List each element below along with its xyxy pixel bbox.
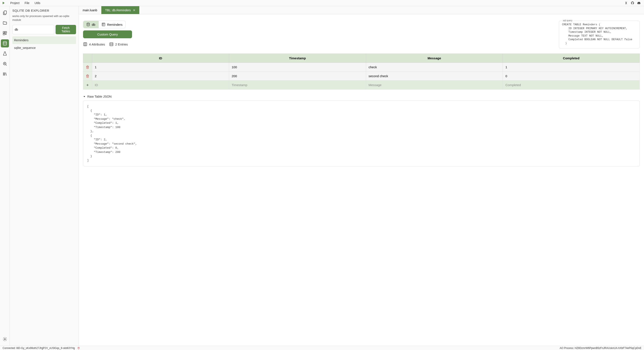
cell-timestamp[interactable]: 100	[229, 63, 366, 72]
fetch-tables-button[interactable]: Fetch Tables	[56, 25, 76, 34]
cell-id[interactable]: 1	[92, 63, 229, 72]
attributes-count: 4 Attributes	[89, 42, 105, 46]
close-icon[interactable]: ✕	[133, 8, 136, 12]
sql-legend: sql query	[562, 19, 573, 22]
columns-icon	[83, 42, 87, 46]
breadcrumb-db[interactable]: db	[83, 21, 98, 28]
cell-timestamp[interactable]: 200	[229, 72, 366, 81]
input-completed[interactable]	[505, 83, 637, 87]
menu-utils[interactable]: Utils	[32, 0, 42, 5]
search-plus-icon[interactable]	[1, 60, 9, 68]
x-twitter-icon[interactable]	[624, 1, 628, 5]
breadcrumb: db Reminders	[83, 21, 126, 28]
svg-point-7	[87, 23, 90, 24]
triangle-down-icon	[83, 95, 86, 98]
table-input-row	[83, 81, 640, 90]
input-id[interactable]	[95, 83, 226, 87]
app-logo	[2, 1, 6, 5]
tabs-row: main.luanb TBL: db.Reminders ✕	[79, 6, 644, 14]
column-header-message: Message	[366, 54, 503, 63]
svg-rect-3	[3, 33, 4, 35]
raw-json-content: [ { "ID": 1, "Message": "check", "Comple…	[83, 100, 640, 167]
sidebar-title: SQLITE DB EXPLORER	[12, 9, 76, 12]
sidebar-description: works only for processes spawned with ao…	[12, 14, 76, 22]
raw-json-section: Raw Table JSON [ { "ID": 1, "Message": "…	[83, 95, 640, 167]
cell-completed[interactable]: 0	[503, 72, 640, 81]
entries-stat: 2 Entries	[109, 42, 128, 46]
folder-icon[interactable]	[1, 19, 9, 27]
github-icon[interactable]	[631, 1, 634, 5]
tab-db-reminders[interactable]: TBL: db.Reminders ✕	[101, 6, 140, 14]
top-menu-bar: Project File Utils	[0, 0, 644, 6]
svg-rect-0	[4, 11, 6, 14]
trash-icon[interactable]	[86, 65, 90, 69]
svg-rect-9	[84, 43, 87, 46]
svg-point-6	[4, 339, 6, 340]
packages-icon[interactable]	[1, 29, 9, 37]
beaker-icon[interactable]	[1, 49, 9, 58]
svg-rect-2	[5, 31, 6, 33]
settings-icon[interactable]	[1, 335, 9, 343]
entries-count: 2 Entries	[115, 42, 128, 46]
sql-query-box: sql query CREATE TABLE Reminders ( ID IN…	[559, 21, 640, 48]
action-column-header	[83, 54, 92, 63]
input-timestamp[interactable]	[232, 83, 363, 87]
sidebar: SQLITE DB EXPLORER works only for proces…	[10, 6, 79, 346]
menu-project[interactable]: Project	[8, 0, 22, 5]
rows-icon	[109, 42, 114, 46]
status-connected: Connected: 8iD-Gy_sKx98oth27JhjjP2V_xUSl…	[2, 347, 75, 350]
database-icon	[86, 22, 90, 26]
breadcrumb-table[interactable]: Reminders	[98, 21, 126, 28]
column-header-completed: Completed	[503, 54, 640, 63]
library-icon[interactable]	[1, 70, 9, 78]
table-row: 1 100 check 1	[83, 63, 640, 72]
status-bar: Connected: 8iD-Gy_sKx98oth27JhjjP2V_xUSl…	[0, 346, 644, 350]
raw-json-title: Raw Table JSON	[87, 95, 112, 98]
plug-icon[interactable]	[77, 347, 80, 350]
tab-label: TBL: db.Reminders	[105, 8, 131, 12]
table-icon	[102, 22, 106, 26]
raw-json-toggle[interactable]: Raw Table JSON	[83, 95, 640, 98]
attributes-stat: 4 Attributes	[83, 42, 105, 46]
data-table: ID Timestamp Message Completed 1	[83, 54, 640, 90]
plus-icon[interactable]	[86, 83, 90, 87]
trash-icon[interactable]	[86, 74, 90, 78]
menu-file[interactable]: File	[22, 0, 32, 5]
svg-point-4	[3, 41, 6, 43]
column-header-id: ID	[92, 54, 229, 63]
database-icon[interactable]	[1, 39, 9, 47]
discord-icon[interactable]	[637, 1, 640, 5]
sql-content: CREATE TABLE Reminders ( ID INTEGER PRIM…	[562, 23, 636, 45]
breadcrumb-table-label: Reminders	[107, 23, 123, 26]
breadcrumb-db-label: db	[92, 23, 96, 26]
activity-bar	[0, 6, 10, 346]
custom-query-button[interactable]: Custom Query	[83, 30, 132, 38]
tab-label: main.luanb	[83, 8, 97, 12]
cell-message[interactable]: check	[366, 63, 503, 72]
tab-main-luanb[interactable]: main.luanb	[79, 6, 101, 14]
cell-message[interactable]: second check	[366, 72, 503, 81]
column-header-timestamp: Timestamp	[229, 54, 366, 63]
svg-rect-1	[3, 31, 4, 33]
svg-rect-8	[102, 23, 105, 26]
table-row: 2 200 second check 0	[83, 72, 640, 81]
table-item-reminders[interactable]: Reminders	[12, 36, 76, 44]
db-name-input[interactable]	[12, 25, 54, 34]
cell-completed[interactable]: 1	[503, 63, 640, 72]
status-ao-process: AO Process: HZ8DzmrW6PpwnB5zFnJRAUsknUA-…	[560, 347, 642, 350]
input-message[interactable]	[369, 83, 500, 87]
svg-rect-10	[110, 43, 113, 46]
cell-id[interactable]: 2	[92, 72, 229, 81]
table-item-sqlite-sequence[interactable]: sqlite_sequence	[12, 44, 76, 52]
files-icon[interactable]	[1, 9, 9, 17]
